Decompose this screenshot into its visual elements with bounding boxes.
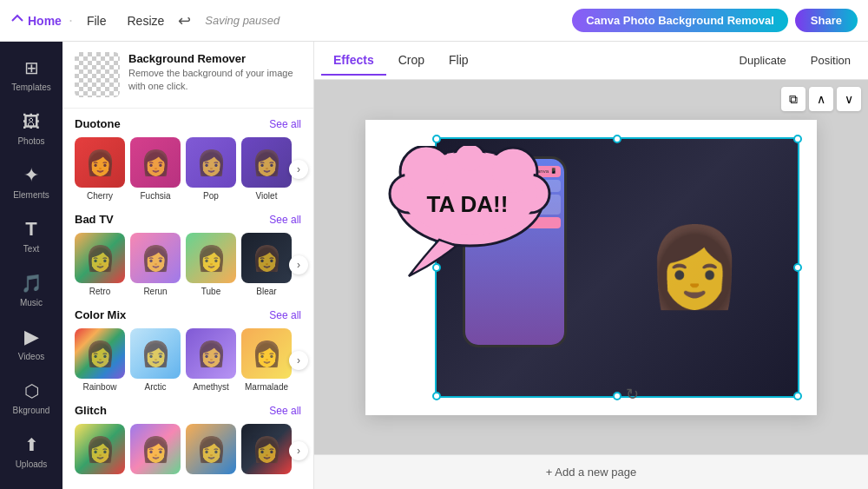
add-page-bar: + Add a new page — [314, 454, 868, 489]
glitch-grid: 👩 👩 👩 👩 › — [75, 424, 301, 478]
add-page-button[interactable]: + Add a new page — [546, 466, 636, 479]
down-float-btn[interactable]: ∨ — [837, 87, 861, 111]
section-colormix: Color Mix See all 👩 Rainbow 👩 Arctic 👩 A… — [62, 300, 313, 395]
sidebar-item-photos[interactable]: 🖼 Photos — [3, 102, 59, 153]
marmalade-label: Marmalade — [245, 382, 288, 392]
effect-rerun[interactable]: 👩 Rerun — [130, 233, 181, 296]
effect-fuchsia[interactable]: 👩 Fuchsia — [130, 137, 181, 201]
effect-tube[interactable]: 👩 Tube — [186, 233, 236, 296]
handle-mr[interactable] — [793, 263, 802, 272]
effect-glitch3[interactable]: 👩 — [186, 424, 236, 478]
effect-glitch1[interactable]: 👩 — [75, 424, 125, 478]
copy-float-btn[interactable]: ⧉ — [781, 87, 806, 111]
handle-bl[interactable] — [432, 392, 441, 400]
effect-glitch4[interactable]: 👩 — [241, 424, 292, 478]
retro-label: Retro — [89, 287, 110, 296]
pop-label: Pop — [203, 191, 219, 201]
elements-label: Elements — [13, 190, 49, 200]
rerun-thumb: 👩 — [130, 233, 181, 283]
section-colormix-title: Color Mix — [75, 308, 126, 321]
top-nav: Home · File Resize ↩ Saving paused Canva… — [0, 0, 868, 42]
handle-br[interactable] — [793, 392, 802, 400]
duotone-next-arrow[interactable]: › — [289, 160, 308, 179]
templates-icon: ⊞ — [19, 56, 43, 80]
canvas-toolbar: Effects Crop Flip Duplicate Position — [314, 42, 868, 80]
undo-button[interactable]: ↩ — [178, 11, 191, 30]
canvas-page: TA DA!! How to show username in Canva 📱 … — [365, 120, 817, 415]
handle-tl[interactable] — [432, 135, 441, 143]
effect-rainbow[interactable]: 👩 Rainbow — [75, 328, 125, 392]
sidebar-item-music[interactable]: 🎵 Music — [3, 264, 59, 314]
up-float-btn[interactable]: ∧ — [809, 87, 833, 111]
glitch4-thumb: 👩 — [241, 424, 292, 474]
amethyst-label: Amethyst — [193, 382, 229, 392]
effect-amethyst[interactable]: 👩 Amethyst — [186, 328, 236, 392]
share-button[interactable]: Share — [795, 9, 858, 32]
tab-crop[interactable]: Crop — [386, 46, 437, 76]
section-badtv: Bad TV See all 👩 Retro 👩 Rerun 👩 Tube 👩 — [62, 204, 313, 300]
tab-effects[interactable]: Effects — [321, 46, 386, 76]
bg-remover-card[interactable]: Background Remover Remove the background… — [62, 42, 313, 109]
sidebar-item-templates[interactable]: ⊞ Templates — [3, 49, 59, 99]
bg-thumb-image — [75, 52, 120, 97]
effect-blear[interactable]: 👩 Blear — [241, 233, 292, 296]
main-layout: ⊞ Templates 🖼 Photos ✦ Elements T Text 🎵… — [0, 42, 868, 489]
effect-glitch2[interactable]: 👩 — [130, 424, 181, 478]
canvas-workspace[interactable]: ⧉ ∧ ∨ — [314, 80, 868, 454]
photos-label: Photos — [17, 136, 44, 146]
sidebar-item-videos[interactable]: ▶ Videos — [3, 318, 59, 368]
section-glitch-header: Glitch See all — [75, 404, 301, 417]
handle-tm[interactable] — [613, 135, 621, 143]
photos-icon: 🖼 — [19, 109, 43, 134]
bg-remover-description: Remove the background of your image with… — [128, 67, 301, 94]
file-button[interactable]: File — [80, 10, 114, 31]
violet-thumb: 👩 — [241, 137, 292, 188]
sidebar-item-text[interactable]: T Text — [3, 210, 59, 261]
duplicate-button[interactable]: Duplicate — [729, 49, 797, 72]
resize-button[interactable]: Resize — [120, 10, 171, 31]
section-glitch-title: Glitch — [75, 404, 107, 417]
background-icon: ⬡ — [19, 379, 43, 403]
colormix-next-arrow[interactable]: › — [289, 351, 308, 370]
uploads-label: Uploads — [16, 459, 48, 469]
effect-pop[interactable]: 👩 Pop — [186, 137, 236, 201]
cherry-label: Cherry — [87, 191, 113, 201]
effect-cherry[interactable]: 👩 Cherry — [75, 137, 125, 201]
amethyst-thumb: 👩 — [186, 328, 236, 379]
tab-flip[interactable]: Flip — [437, 46, 481, 76]
violet-label: Violet — [256, 191, 278, 201]
section-colormix-see-all[interactable]: See all — [269, 309, 301, 321]
sidebar-item-elements[interactable]: ✦ Elements — [3, 156, 59, 207]
effects-panel: Background Remover Remove the background… — [62, 42, 314, 489]
bg-remover-title: Background Remover — [128, 52, 301, 65]
toolbar-right: Duplicate Position — [729, 49, 861, 72]
section-badtv-see-all[interactable]: See all — [269, 214, 301, 226]
fuchsia-thumb: 👩 — [130, 137, 181, 188]
badtv-next-arrow[interactable]: › — [289, 255, 308, 274]
icon-sidebar: ⊞ Templates 🖼 Photos ✦ Elements T Text 🎵… — [0, 42, 62, 489]
float-controls: ⧉ ∧ ∨ — [781, 87, 861, 111]
text-icon: T — [19, 217, 43, 241]
section-duotone: Duotone See all 👩 Cherry 👩 Fuchsia 👩 Pop… — [62, 109, 313, 204]
effect-violet[interactable]: 👩 Violet — [241, 137, 292, 201]
blear-label: Blear — [256, 287, 276, 296]
marmalade-thumb: 👩 — [241, 328, 292, 379]
section-glitch-see-all[interactable]: See all — [269, 405, 301, 417]
section-duotone-see-all[interactable]: See all — [269, 118, 301, 130]
home-button[interactable]: Home — [10, 14, 62, 28]
handle-tr[interactable] — [793, 135, 802, 143]
position-button[interactable]: Position — [800, 49, 861, 72]
handle-bm[interactable] — [613, 392, 621, 400]
effect-marmalade[interactable]: 👩 Marmalade — [241, 328, 292, 392]
glitch-next-arrow[interactable]: › — [289, 441, 308, 460]
glitch3-thumb: 👩 — [186, 424, 236, 474]
templates-label: Templates — [11, 83, 51, 92]
music-label: Music — [20, 298, 43, 307]
rotate-handle[interactable]: ↻ — [626, 385, 639, 404]
sidebar-item-uploads[interactable]: ⬆ Uploads — [3, 426, 59, 476]
sidebar-item-background[interactable]: ⬡ Bkground — [3, 372, 59, 422]
effect-retro[interactable]: 👩 Retro — [75, 233, 125, 296]
elements-icon: ✦ — [19, 163, 43, 188]
effect-arctic[interactable]: 👩 Arctic — [130, 328, 181, 392]
home-label: Home — [28, 14, 62, 28]
